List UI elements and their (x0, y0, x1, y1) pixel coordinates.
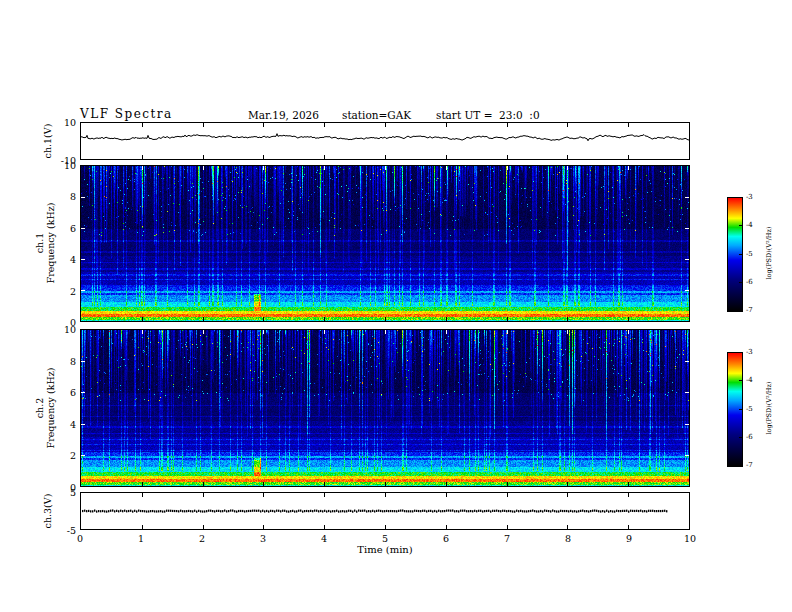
figure-title: VLF Spectra (80, 107, 173, 121)
colorbar-tick-label: -4 (746, 376, 753, 384)
station-label: station=GAK (342, 109, 411, 121)
x-tick-label: 5 (382, 533, 388, 544)
x-tick-label: 3 (260, 533, 266, 544)
colorbar-ch2-label: log(PSD)(V²/Hz) (764, 382, 775, 435)
colorbar-ch1 (727, 197, 743, 312)
colorbar-tick-label: -4 (746, 221, 753, 229)
x-tick-label: 10 (684, 533, 696, 544)
ch2-channel-label: ch.2 (34, 368, 45, 449)
colorbar-tick-mark (739, 352, 742, 353)
ch1f-y-tick-label: 10 (64, 160, 76, 171)
colorbar-tick-label: -6 (746, 433, 753, 441)
ch1f-y-tick-label: 6 (70, 222, 76, 233)
ch3-voltage-axis-label: ch.3(V) (42, 494, 53, 529)
date-label: Mar.19, 2026 (248, 109, 319, 121)
colorbar-tick-mark (739, 310, 742, 311)
ch1-voltage-axis-label: ch.1(V) (42, 124, 53, 159)
ch2-frequency-axis-label: ch.2 Frequency (kHz) (34, 368, 56, 449)
x-tick-label: 6 (443, 533, 449, 544)
colorbar-tick-label: -5 (746, 405, 753, 413)
ch1-frequency-unit-label: Frequency (kHz) (45, 203, 56, 284)
time-axis-label: Time (min) (357, 544, 412, 555)
ch2f-y-tick-label: 4 (70, 418, 76, 429)
colorbar-tick-mark (739, 197, 742, 198)
colorbar-tick-mark (739, 282, 742, 283)
ch2f-y-tick-label: 2 (70, 450, 76, 461)
ch1-channel-label: ch.1 (34, 203, 45, 284)
colorbar-tick-mark (739, 465, 742, 466)
colorbar-tick-label: -6 (746, 278, 753, 286)
ch1-spectrogram-panel (80, 165, 690, 322)
ch1-spectrogram-canvas (81, 166, 689, 321)
colorbar-tick-label: -5 (746, 250, 753, 258)
x-tick-label: 0 (77, 533, 83, 544)
ch1v-y-tick-label: 10 (64, 117, 76, 128)
ch3-voltage-canvas (81, 493, 689, 529)
ch2f-y-tick-label: 8 (70, 355, 76, 366)
ch2-spectrogram-panel (80, 329, 690, 487)
colorbar-tick-mark (739, 225, 742, 226)
ch2-frequency-unit-label: Frequency (kHz) (45, 368, 56, 449)
colorbar-tick-mark (739, 409, 742, 410)
x-tick-label: 8 (565, 533, 571, 544)
colorbar-tick-mark (739, 380, 742, 381)
x-tick-label: 2 (199, 533, 205, 544)
colorbar-tick-mark (739, 254, 742, 255)
ch2f-y-tick-label: 10 (64, 324, 76, 335)
ch1-frequency-axis-label: ch.1 Frequency (kHz) (34, 203, 56, 284)
x-tick-label: 9 (626, 533, 632, 544)
x-tick-label: 1 (138, 533, 144, 544)
ch1-voltage-panel (80, 122, 690, 160)
colorbar-ch1-label: log(PSD)(V²/Hz) (764, 227, 775, 280)
colorbar-tick-label: -7 (746, 306, 753, 314)
ch1f-y-tick-label: 2 (70, 285, 76, 296)
x-tick-label: 7 (504, 533, 510, 544)
x-tick-label: 4 (321, 533, 327, 544)
ch1f-y-tick-label: 8 (70, 191, 76, 202)
colorbar-tick-mark (739, 437, 742, 438)
ch3v-y-tick-label: 5 (70, 487, 76, 498)
vlf-spectra-figure: VLF Spectra Mar.19, 2026 station=GAK sta… (0, 0, 792, 612)
ch3v-y-tick-label: -5 (67, 525, 76, 536)
colorbar-tick-label: -3 (746, 348, 753, 356)
ch2-spectrogram-canvas (81, 330, 689, 486)
colorbar-ch2 (727, 352, 743, 467)
colorbar-tick-label: -3 (746, 193, 753, 201)
ch1-voltage-canvas (81, 123, 689, 159)
ch2f-y-tick-label: 6 (70, 387, 76, 398)
ch1f-y-tick-label: 4 (70, 254, 76, 265)
ch3-voltage-panel (80, 492, 690, 530)
colorbar-tick-label: -7 (746, 461, 753, 469)
start-ut-label: start UT = 23:0 :0 (436, 109, 540, 121)
